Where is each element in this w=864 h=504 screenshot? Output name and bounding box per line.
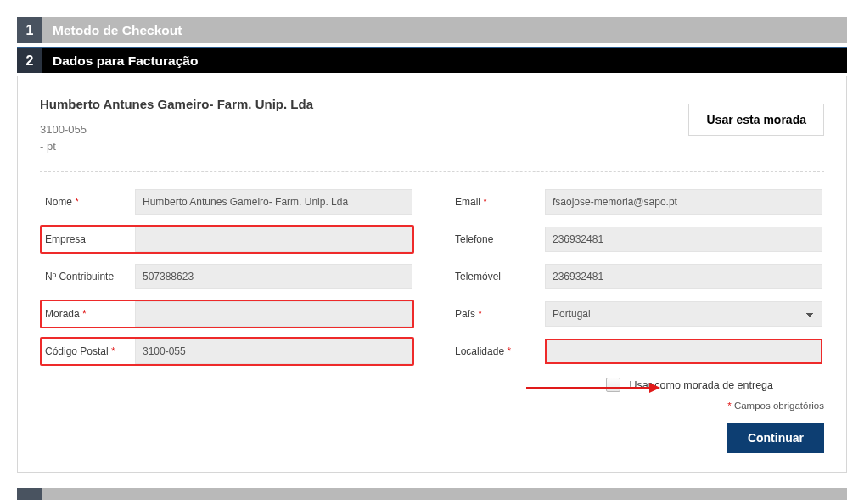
step-number: 2 xyxy=(17,48,42,73)
billing-panel: Humberto Antunes Gameiro- Farm. Unip. Ld… xyxy=(17,76,847,473)
empresa-input[interactable] xyxy=(135,227,412,252)
email-input[interactable] xyxy=(545,189,822,215)
shipping-checkbox-row: Usar como morada de entrega xyxy=(450,378,824,392)
telemovel-input[interactable] xyxy=(545,264,822,289)
step-title: Dados para Facturação xyxy=(42,48,847,73)
field-codigo-postal: Código Postal * xyxy=(40,337,414,366)
field-telemovel: Telemóvel xyxy=(450,262,824,291)
field-telefone: Telefone xyxy=(450,225,824,254)
telefone-input[interactable] xyxy=(545,227,822,252)
field-pais: País * Portugal xyxy=(450,300,824,328)
arrow-annotation-icon xyxy=(526,379,662,396)
nome-input[interactable] xyxy=(135,189,412,215)
checkout-step-1[interactable]: 1 Metodo de Checkout xyxy=(17,17,847,43)
field-morada: Morada * xyxy=(40,300,414,328)
step-number: 1 xyxy=(17,17,42,43)
pais-select[interactable]: Portugal xyxy=(545,301,822,327)
step-title: Metodo de Checkout xyxy=(42,17,847,43)
field-contribuinte: Nº Contribuinte xyxy=(40,262,414,291)
field-empresa: Empresa xyxy=(40,225,414,254)
continue-button[interactable]: Continuar xyxy=(727,423,824,453)
saved-address-lines: 3100-055 - pt xyxy=(40,121,313,154)
field-email: Email * xyxy=(450,188,824,216)
saved-address-name: Humberto Antunes Gameiro- Farm. Unip. Ld… xyxy=(40,97,313,111)
localidade-input[interactable] xyxy=(545,339,822,364)
contribuinte-input[interactable] xyxy=(135,264,412,289)
required-hint: * Campos obrigatórios xyxy=(450,400,824,411)
morada-input[interactable] xyxy=(135,301,412,327)
use-this-address-button[interactable]: Usar esta morada xyxy=(688,104,824,136)
field-localidade: Localidade * xyxy=(450,337,824,366)
svg-marker-1 xyxy=(649,383,660,393)
codigo-postal-input[interactable] xyxy=(135,339,412,364)
next-step-collapsed[interactable] xyxy=(17,488,847,500)
saved-address-block: Humberto Antunes Gameiro- Farm. Unip. Ld… xyxy=(40,97,824,172)
field-nome: Nome * xyxy=(40,188,414,216)
checkout-step-2: 2 Dados para Facturação xyxy=(17,47,847,73)
